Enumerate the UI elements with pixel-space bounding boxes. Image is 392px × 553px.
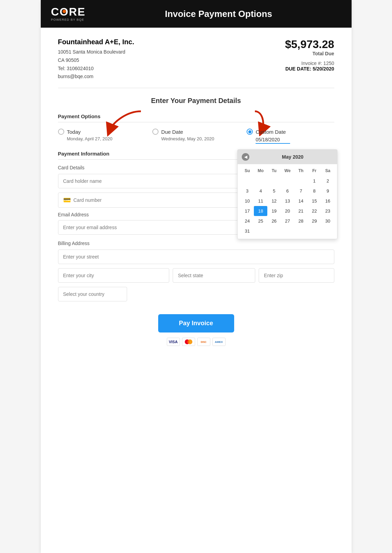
invoice-summary: $5,973.28 Total Due Invoice #: 1250 DUE … (285, 38, 334, 72)
today-label: Today (67, 129, 81, 135)
cal-day-29[interactable]: 29 (308, 216, 321, 226)
cal-day-16[interactable]: 16 (321, 196, 335, 206)
cal-day-empty (267, 226, 281, 236)
today-date-value: Monday, April 27, 2020 (67, 136, 145, 141)
cal-day-30[interactable]: 30 (321, 216, 335, 226)
due-date-option[interactable]: Due Date Wednesday, May 20, 2020 (152, 129, 240, 144)
address-line1: 10051 Santa Monica Boulevard (58, 48, 134, 56)
logo: CORE POWERED BY BQE (51, 6, 86, 21)
cal-day-27[interactable]: 27 (281, 216, 294, 226)
total-label: Total Due (285, 51, 334, 56)
city-input[interactable] (58, 268, 170, 283)
due-date: DUE DATE: 5/20/2020 (285, 66, 334, 72)
cal-day-empty (294, 176, 308, 186)
cal-day-6[interactable]: 6 (281, 186, 294, 196)
due-date-header: Due Date (152, 129, 240, 135)
company-section: Fountainhead A+E, Inc. 10051 Santa Monic… (58, 38, 334, 88)
zip-input[interactable] (259, 268, 334, 283)
cal-day-22[interactable]: 22 (308, 206, 321, 216)
state-input[interactable] (173, 268, 255, 283)
card-logos: VISA DISC AMEX (58, 338, 334, 346)
cal-day-20[interactable]: 20 (281, 206, 294, 216)
cal-day-19[interactable]: 19 (267, 206, 281, 216)
today-radio[interactable] (58, 129, 64, 135)
logo-powered: POWERED BY BQE (51, 18, 86, 21)
company-email: burns@bqe.com (58, 73, 134, 81)
company-name: Fountainhead A+E, Inc. (58, 38, 134, 46)
calendar-grid: Su Mo Tu We Th Fr Sa (238, 164, 337, 236)
mastercard-logo (182, 338, 195, 346)
cal-day-7[interactable]: 7 (294, 186, 308, 196)
pay-invoice-button[interactable]: Pay Invoice (158, 314, 234, 332)
visa-logo: VISA (167, 338, 180, 346)
custom-date-header: Custom Date (247, 129, 334, 135)
logo-text: CORE (51, 6, 86, 17)
custom-date-radio[interactable] (247, 129, 253, 135)
calendar-dow-row: Su Mo Tu We Th Fr Sa (240, 167, 334, 175)
cal-day-empty (254, 226, 267, 236)
cal-day-13[interactable]: 13 (281, 196, 294, 206)
discover-logo: DISC (197, 338, 210, 346)
dow-fr: Fr (308, 167, 321, 175)
today-header: Today (58, 129, 145, 135)
cal-day-12[interactable]: 12 (267, 196, 281, 206)
cal-day-empty (281, 226, 294, 236)
company-address: 10051 Santa Monica Boulevard CA 90505 Te… (58, 48, 134, 81)
billing-address-label: Billing Address (58, 241, 334, 246)
header: CORE POWERED BY BQE Invoice Payment Opti… (41, 0, 352, 28)
calendar-prev-btn[interactable]: ◀ (242, 153, 249, 161)
cal-day-28[interactable]: 28 (294, 216, 308, 226)
calendar-month-year: May 2020 (252, 154, 333, 160)
cal-day-11[interactable]: 11 (254, 196, 267, 206)
dow-su: Su (240, 167, 254, 175)
cal-day-4[interactable]: 4 (254, 186, 267, 196)
cal-day-2[interactable]: 2 (321, 176, 335, 186)
cal-day-1[interactable]: 1 (308, 176, 321, 186)
company-info-block: Fountainhead A+E, Inc. 10051 Santa Monic… (58, 38, 134, 81)
due-date-label: Due Date (161, 129, 183, 135)
page-container: CORE POWERED BY BQE Invoice Payment Opti… (41, 0, 352, 553)
address-line2: CA 90505 (58, 56, 134, 65)
cal-day-24[interactable]: 24 (240, 216, 254, 226)
payment-date-row: Today Monday, April 27, 2020 Due Date We… (58, 125, 334, 144)
cal-day-5[interactable]: 5 (267, 186, 281, 196)
due-date-radio[interactable] (152, 129, 159, 135)
payment-options-label: Payment Options (58, 113, 334, 122)
amex-logo: AMEX (212, 338, 226, 346)
country-input[interactable] (58, 287, 127, 301)
custom-date-label: Custom Date (256, 129, 286, 135)
cal-day-empty (294, 226, 308, 236)
dow-sa: Sa (321, 167, 335, 175)
street-input[interactable] (58, 250, 334, 264)
cal-day-26[interactable]: 26 (267, 216, 281, 226)
cal-day-23[interactable]: 23 (321, 206, 335, 216)
cal-day-31[interactable]: 31 (240, 226, 254, 236)
cal-day-3[interactable]: 3 (240, 186, 254, 196)
cal-day-empty (267, 176, 281, 186)
logo-o: O (60, 6, 69, 17)
credit-card-icon: 💳 (63, 196, 71, 204)
dow-th: Th (294, 167, 308, 175)
cal-day-21[interactable]: 21 (294, 206, 308, 216)
custom-date-option[interactable]: Custom Date ◀ May 2020 Su Mo (247, 129, 334, 144)
cal-day-empty (281, 176, 294, 186)
city-row (58, 268, 334, 283)
cal-day-10[interactable]: 10 (240, 196, 254, 206)
cal-day-17[interactable]: 17 (240, 206, 254, 216)
section-title: Enter Your Payment Details (58, 97, 334, 105)
main-content: Fountainhead A+E, Inc. 10051 Santa Monic… (41, 28, 352, 356)
cal-day-empty (240, 176, 254, 186)
company-tel: Tel: 3106024010 (58, 65, 134, 73)
dow-tu: Tu (267, 167, 281, 175)
cal-day-25[interactable]: 25 (254, 216, 267, 226)
cal-day-14[interactable]: 14 (294, 196, 308, 206)
cal-day-8[interactable]: 8 (308, 186, 321, 196)
custom-date-input[interactable] (256, 136, 290, 144)
cal-day-9[interactable]: 9 (321, 186, 335, 196)
calendar-days: 1 2 3 4 5 6 7 8 9 10 (240, 176, 334, 236)
today-option[interactable]: Today Monday, April 27, 2020 (58, 129, 145, 144)
dow-we: We (281, 167, 294, 175)
invoice-number: Invoice #: 1250 (285, 60, 334, 66)
cal-day-18[interactable]: 18 (254, 206, 267, 216)
cal-day-15[interactable]: 15 (308, 196, 321, 206)
